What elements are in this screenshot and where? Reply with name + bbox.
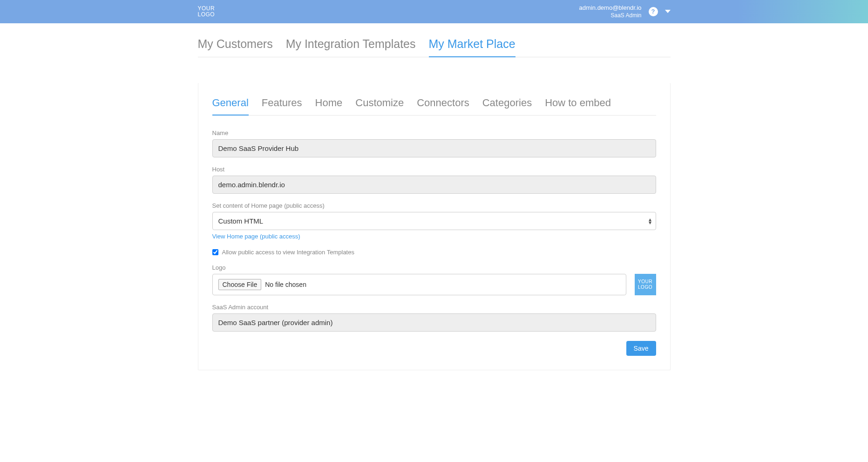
choose-file-button[interactable]: Choose File <box>218 279 262 290</box>
allow-public-checkbox[interactable] <box>212 249 218 255</box>
app-logo[interactable]: YOUR LOGO <box>198 6 215 18</box>
sub-tab-home[interactable]: Home <box>315 97 343 116</box>
logo-file-input[interactable]: Choose File No file chosen <box>212 274 626 295</box>
app-header: YOUR LOGO admin.demo@blendr.io SaaS Admi… <box>0 0 868 23</box>
user-block: admin.demo@blendr.io SaaS Admin <box>579 4 642 19</box>
logo-preview-line1: YOUR <box>638 279 652 285</box>
logo-text-line2: LOGO <box>198 12 215 18</box>
host-label: Host <box>212 166 656 173</box>
logo-label: Logo <box>212 264 656 271</box>
help-icon[interactable]: ? <box>649 7 658 16</box>
host-input[interactable] <box>212 176 656 194</box>
allow-public-label: Allow public access to view Integration … <box>222 249 354 256</box>
name-label: Name <box>212 129 656 136</box>
saas-admin-label: SaaS Admin account <box>212 304 656 311</box>
home-content-label: Set content of Home page (public access) <box>212 202 656 209</box>
secondary-tabs: General Features Home Customize Connecto… <box>212 97 656 116</box>
primary-tabs: My Customers My Integration Templates My… <box>198 37 671 57</box>
sub-tab-customize[interactable]: Customize <box>355 97 404 116</box>
tab-my-integration-templates[interactable]: My Integration Templates <box>286 37 416 57</box>
home-content-select[interactable]: Custom HTML <box>212 212 656 230</box>
user-role: SaaS Admin <box>579 12 642 20</box>
tab-my-customers[interactable]: My Customers <box>198 37 273 57</box>
tab-my-market-place[interactable]: My Market Place <box>429 37 515 57</box>
sub-tab-features[interactable]: Features <box>262 97 302 116</box>
sub-tab-general[interactable]: General <box>212 97 249 116</box>
save-button[interactable]: Save <box>626 341 656 356</box>
settings-panel: General Features Home Customize Connecto… <box>198 83 671 370</box>
logo-preview-line2: LOGO <box>638 285 652 290</box>
saas-admin-input[interactable] <box>212 313 656 332</box>
sub-tab-how-to-embed[interactable]: How to embed <box>545 97 611 116</box>
logo-text-line1: YOUR <box>198 6 215 12</box>
file-status-text: No file chosen <box>265 281 306 288</box>
user-email: admin.demo@blendr.io <box>579 4 642 12</box>
sub-tab-categories[interactable]: Categories <box>482 97 532 116</box>
logo-preview: YOUR LOGO <box>635 274 656 295</box>
name-input[interactable] <box>212 139 656 157</box>
sub-tab-connectors[interactable]: Connectors <box>417 97 469 116</box>
view-home-link[interactable]: View Home page (public access) <box>212 233 300 240</box>
user-menu-caret-icon[interactable] <box>665 10 671 13</box>
